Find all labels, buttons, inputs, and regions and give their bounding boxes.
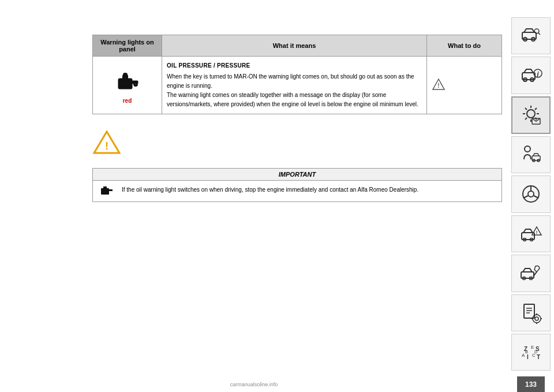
svg-text:B: B <box>525 350 528 354</box>
svg-rect-7 <box>101 188 109 195</box>
svg-line-38 <box>534 196 538 198</box>
svg-point-13 <box>534 29 539 33</box>
sidebar-item-car-triangle[interactable]: ! <box>511 215 551 252</box>
todo-cell: ! <box>427 57 502 114</box>
warning-triangle-icon: ! <box>92 129 121 158</box>
sidebar-item-car-search[interactable] <box>511 17 551 54</box>
svg-line-28 <box>525 118 527 120</box>
sidebar-item-car-tools[interactable] <box>511 255 551 292</box>
sidebar-item-steering-wheel[interactable] <box>511 176 551 212</box>
svg-rect-0 <box>118 79 132 89</box>
important-text: If the oil warning light switches on whe… <box>122 185 418 195</box>
important-body: If the oil warning light switches on whe… <box>93 181 501 201</box>
inline-oil-icon <box>100 185 117 197</box>
col-header-panel: Warning lights on panel <box>93 35 162 57</box>
color-label: red <box>96 98 159 104</box>
table-row: red OIL PRESSURE / PRESSURE When the key… <box>93 57 502 114</box>
svg-text:D: D <box>534 350 537 354</box>
important-header: IMPORTANT <box>93 169 501 181</box>
svg-point-35 <box>528 191 534 197</box>
svg-line-27 <box>535 108 537 110</box>
sidebar-item-warning-light[interactable] <box>511 96 551 134</box>
svg-text:!: ! <box>536 230 538 235</box>
svg-point-51 <box>533 315 541 323</box>
small-warning-icon: ! <box>432 78 446 92</box>
svg-text:!: ! <box>105 140 108 152</box>
icon-cell: red <box>93 57 162 114</box>
svg-text:E: E <box>531 345 534 350</box>
svg-point-52 <box>535 317 538 320</box>
svg-line-25 <box>525 108 527 110</box>
sidebar-item-alphabet[interactable]: Z E S A I C T B D <box>511 334 551 371</box>
col-header-means: What it means <box>162 35 427 57</box>
sidebar-item-settings-doc[interactable] <box>511 294 551 331</box>
watermark: carmanualsoline.info <box>0 382 508 387</box>
svg-point-20 <box>527 110 535 118</box>
svg-text:!: ! <box>437 83 439 89</box>
svg-line-14 <box>538 33 540 35</box>
main-content: Warning lights on panel What it means Wh… <box>92 35 502 357</box>
page-number: 133 <box>517 376 545 392</box>
svg-point-3 <box>123 73 128 76</box>
svg-line-37 <box>523 196 528 198</box>
sidebar-item-person-car[interactable] <box>511 136 551 173</box>
svg-point-30 <box>525 146 530 152</box>
warning-table: Warning lights on panel What it means Wh… <box>92 35 502 114</box>
sidebar-item-car-info[interactable]: i <box>511 57 551 94</box>
right-sidebar: i <box>508 0 554 392</box>
svg-text:T: T <box>537 354 540 360</box>
svg-rect-47 <box>524 304 534 318</box>
means-cell: OIL PRESSURE / PRESSURE When the key is … <box>162 57 427 114</box>
col-header-todo: What to do <box>427 35 502 57</box>
warning-section: ! <box>92 126 502 158</box>
svg-text:I: I <box>527 354 529 360</box>
warning-body: When the key is turned to MAR-ON the war… <box>167 72 422 109</box>
svg-rect-8 <box>109 189 113 191</box>
svg-rect-9 <box>103 186 107 189</box>
important-box: IMPORTANT If the oil warning light switc… <box>92 168 502 202</box>
oil-can-icon <box>113 66 142 95</box>
warning-title: OIL PRESSURE / PRESSURE <box>167 61 422 70</box>
